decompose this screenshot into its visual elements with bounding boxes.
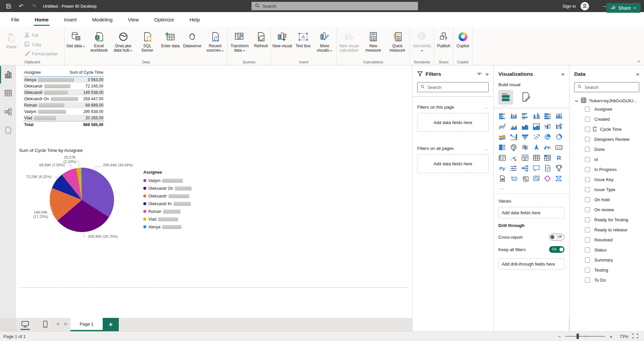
visual-type-tile[interactable] (532, 112, 541, 121)
legend-item[interactable]: Alesya (143, 223, 192, 231)
field-checkbox[interactable] (585, 217, 590, 222)
desktop-layout-icon[interactable] (20, 320, 30, 329)
legend-item[interactable]: Oleksandr On (143, 184, 192, 192)
visual-type-tile[interactable] (554, 133, 563, 142)
data-field-row[interactable]: id (569, 154, 644, 164)
pie-chart-visual[interactable]: Sum of Cycle Time by Assignee 295,64K (3… (18, 147, 220, 247)
visual-type-tile[interactable]: 123 (509, 175, 518, 183)
visual-type-tile[interactable] (498, 123, 507, 131)
table-row[interactable]: Oleksandr 72 245,00 (23, 83, 104, 89)
field-checkbox[interactable] (585, 177, 590, 182)
data-field-row[interactable]: Status (569, 245, 644, 255)
visual-type-tile[interactable] (521, 123, 530, 131)
ribbon-button[interactable]: Transform data (228, 30, 252, 53)
visual-type-tile[interactable] (554, 123, 563, 131)
undo-icon[interactable]: ↶ (18, 3, 24, 9)
ribbon-button[interactable]: SQL Server (135, 30, 159, 53)
ribbon-button[interactable]: Quick measure (385, 30, 409, 53)
data-field-row[interactable]: Issue Type (569, 184, 644, 194)
share-button[interactable]: Share (606, 3, 641, 13)
ribbon-button[interactable]: Get data (65, 30, 87, 53)
sign-in-button[interactable]: Sign in (562, 4, 576, 9)
chevron-down-icon[interactable] (575, 98, 579, 103)
data-field-row[interactable]: Done (569, 144, 644, 154)
next-page-arrow[interactable]: ▶ (64, 321, 68, 326)
menu-tab[interactable]: View (120, 12, 146, 27)
redo-icon[interactable]: ↷ (31, 3, 37, 9)
ribbon-button[interactable]: Copilot (453, 30, 472, 48)
eye-icon[interactable] (477, 71, 482, 77)
sidebar-view-item[interactable] (0, 84, 16, 103)
data-field-row[interactable]: On review (569, 205, 644, 215)
data-field-row[interactable]: Assignee (569, 104, 644, 114)
data-search-box[interactable] (574, 82, 639, 92)
table-row[interactable]: Oleksandr 149 538,00 (23, 89, 104, 96)
mobile-layout-icon[interactable] (40, 320, 50, 329)
ribbon-button[interactable]: Refresh (252, 30, 270, 53)
visual-type-tile[interactable]: Py (498, 164, 507, 173)
collapse-pane-icon[interactable]: » (636, 71, 639, 77)
zoom-slider-handle[interactable] (577, 334, 579, 339)
table-row[interactable]: Vadym 295 638,00 (23, 108, 104, 115)
field-checkbox[interactable] (585, 167, 590, 172)
data-search-input[interactable] (585, 85, 635, 90)
values-drop-zone[interactable]: Add data fields here (498, 207, 564, 218)
visual-type-tile[interactable] (543, 112, 552, 121)
table-row[interactable]: Alesya 3 563,00 (23, 76, 104, 83)
zoom-slider[interactable] (565, 336, 605, 337)
visual-type-tile[interactable] (543, 123, 552, 131)
field-checkbox[interactable] (585, 247, 590, 252)
visual-type-tile[interactable] (509, 164, 518, 173)
ribbon-button[interactable]: New measure (361, 30, 385, 53)
clipboard-small-button[interactable]: Cut (24, 32, 58, 39)
visual-type-tile[interactable] (543, 175, 552, 183)
table-row[interactable]: Vlad 20 265,00 (23, 115, 104, 121)
field-checkbox[interactable] (585, 207, 590, 212)
sidebar-view-item[interactable] (0, 65, 16, 84)
visual-type-tile[interactable]: 123 (554, 144, 563, 152)
menu-tab[interactable]: File (3, 12, 27, 27)
cross-report-toggle[interactable]: Off (549, 234, 564, 240)
report-canvas[interactable]: Assignee Sum of Cycle Time Alesya 3 563,… (16, 65, 412, 318)
visual-type-tile[interactable] (509, 133, 518, 142)
visual-type-tile[interactable] (532, 175, 541, 183)
visual-type-tile[interactable] (509, 154, 518, 163)
data-field-row[interactable]: Ready to release (569, 225, 644, 235)
paste-button[interactable]: Paste (2, 30, 21, 49)
data-field-row[interactable]: Resolved (569, 235, 644, 245)
more-options-icon[interactable]: ... (484, 146, 489, 151)
field-checkbox[interactable] (585, 127, 590, 132)
visual-type-tile[interactable] (521, 175, 530, 183)
visual-type-tile[interactable] (509, 144, 518, 152)
menu-tab[interactable]: Optimize (147, 12, 182, 27)
field-checkbox[interactable] (585, 117, 590, 122)
global-search-box[interactable] (251, 2, 418, 10)
ribbon-button[interactable]: OneLake data hub (111, 30, 135, 53)
menu-tab[interactable]: Home (27, 12, 56, 27)
visual-type-tile[interactable] (521, 154, 530, 163)
filters-search-input[interactable] (428, 85, 478, 90)
visual-type-tile[interactable]: R (554, 154, 563, 163)
collapse-ribbon-button[interactable] (636, 59, 642, 64)
field-checkbox[interactable] (585, 197, 590, 202)
visual-type-tile[interactable] (509, 112, 518, 121)
visual-type-tile[interactable] (532, 164, 541, 173)
data-field-row[interactable]: Created (569, 114, 644, 124)
ribbon-button[interactable]: Publish (434, 30, 453, 48)
legend-item[interactable]: Vlad (143, 215, 192, 223)
zoom-in-button[interactable]: + (609, 334, 613, 339)
field-checkbox[interactable] (585, 237, 590, 242)
visual-type-tile[interactable] (543, 154, 552, 163)
table-row[interactable]: Oleksandr On 258 447,00 (23, 96, 104, 102)
visual-type-tile[interactable] (498, 144, 507, 152)
data-field-row[interactable]: Issue Key (569, 174, 644, 184)
visual-type-tile[interactable] (498, 154, 507, 163)
data-field-row[interactable]: Ready for Testing (569, 215, 644, 225)
visual-type-tile[interactable] (543, 133, 552, 142)
visual-type-tile[interactable] (543, 164, 552, 173)
format-visual-tab[interactable] (521, 92, 531, 103)
visual-type-tile[interactable] (543, 144, 552, 152)
table-row[interactable]: Roman 68 889,00 (23, 102, 104, 108)
fit-to-page-icon[interactable] (632, 333, 639, 340)
field-checkbox[interactable] (585, 157, 590, 162)
